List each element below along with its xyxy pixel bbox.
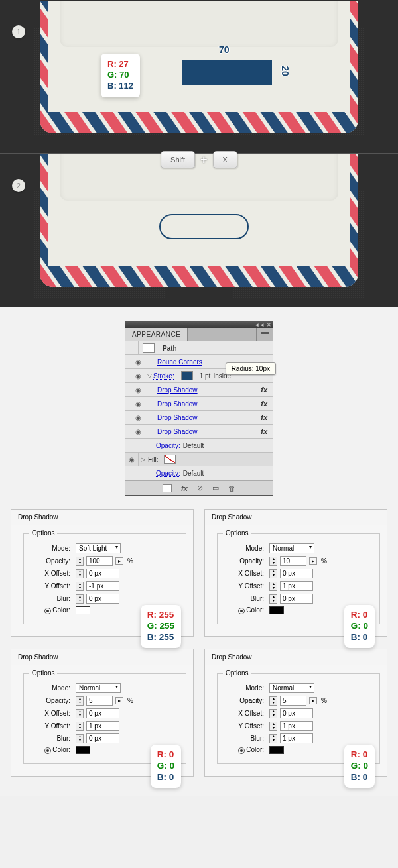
xoffset-input[interactable]: 0 px: [86, 569, 119, 578]
yoffset-input[interactable]: 1 px: [86, 721, 119, 731]
xoffset-input[interactable]: 0 px: [280, 569, 313, 578]
disclosure-icon[interactable]: ▷: [139, 456, 147, 462]
drop-shadow-link[interactable]: Drop Shadow: [153, 414, 261, 421]
fx-menu-icon[interactable]: fx: [181, 484, 188, 492]
mode-select[interactable]: Normal: [269, 683, 314, 693]
color-swatch[interactable]: [76, 606, 90, 614]
eye-icon[interactable]: [132, 439, 145, 452]
stepper[interactable]: ▴▾: [76, 557, 84, 566]
opacity-input[interactable]: 100: [86, 556, 113, 566]
xoffset-input[interactable]: 0 px: [280, 708, 313, 718]
radius-tooltip: Radius: 10px: [226, 362, 276, 375]
panel-menu-icon[interactable]: [256, 328, 273, 341]
blur-input[interactable]: 0 px: [86, 733, 119, 743]
blur-input[interactable]: 1 px: [280, 733, 313, 743]
stepper[interactable]: ▴▾: [76, 734, 84, 743]
stepper[interactable]: ▴▾: [76, 594, 84, 604]
mode-label: Mode:: [222, 545, 267, 552]
appearance-panel[interactable]: ◄◄ ✕ APPEARANCE Path ◉ Round Corners ◉ ▽: [125, 321, 273, 496]
stepper[interactable]: ▴▾: [76, 582, 84, 591]
color-swatch[interactable]: [76, 746, 90, 754]
stepper[interactable]: ▴▾: [269, 582, 277, 591]
eye-icon[interactable]: ◉: [132, 355, 145, 368]
disclosure-icon[interactable]: ▽: [145, 372, 153, 379]
button-rect: [182, 60, 272, 85]
xoffset-input[interactable]: 0 px: [86, 708, 119, 718]
row-fill[interactable]: ◉ ▷ Fill:: [125, 453, 273, 466]
stepper[interactable]: ▴▾: [76, 569, 84, 578]
height-label: 20: [280, 66, 291, 76]
stepper[interactable]: ▴▾: [76, 709, 84, 718]
color-radio[interactable]: [44, 608, 51, 614]
opacity-menu-icon[interactable]: ▸: [309, 697, 317, 704]
tab-appearance[interactable]: APPEARANCE: [125, 328, 188, 341]
panel-footer: fx ⊘ ▭ 🗑: [125, 480, 273, 495]
new-art-icon[interactable]: [163, 484, 172, 492]
color-swatch[interactable]: [269, 606, 284, 614]
stepper[interactable]: ▴▾: [269, 709, 277, 718]
mode-select[interactable]: Normal: [76, 683, 121, 693]
opacity-menu-icon[interactable]: ▸: [115, 697, 123, 704]
fx-icon[interactable]: fx: [261, 400, 267, 407]
opacity-label[interactable]: Opacity:: [153, 470, 180, 477]
color-radio[interactable]: [238, 747, 245, 754]
eye-icon[interactable]: ◉: [132, 425, 145, 438]
stepper[interactable]: ▴▾: [76, 696, 84, 706]
drop-shadow-link[interactable]: Drop Shadow: [153, 428, 261, 435]
trash-icon[interactable]: 🗑: [228, 484, 235, 492]
clear-icon[interactable]: ⊘: [197, 484, 203, 492]
mode-select[interactable]: Soft Light: [76, 543, 121, 553]
color-radio[interactable]: [44, 747, 51, 754]
yoffset-input[interactable]: -1 px: [86, 581, 119, 591]
row-drop-shadow[interactable]: ◉ Drop Shadow fx: [125, 411, 273, 425]
stroke-label[interactable]: Stroke:: [153, 372, 174, 380]
mode-label: Mode:: [28, 545, 73, 552]
close-icon[interactable]: ✕: [267, 322, 271, 328]
collapse-icon[interactable]: ◄◄: [254, 322, 265, 328]
eye-icon[interactable]: [132, 466, 145, 480]
fx-icon[interactable]: fx: [261, 386, 267, 394]
row-stroke-opacity[interactable]: Opacity: Default: [125, 439, 273, 453]
drop-shadow-link[interactable]: Drop Shadow: [153, 400, 261, 407]
row-drop-shadow[interactable]: ◉ Drop Shadow fx: [125, 397, 273, 411]
color-radio[interactable]: [238, 608, 245, 614]
opacity-menu-icon[interactable]: ▸: [115, 557, 123, 565]
blur-input[interactable]: 0 px: [86, 594, 119, 604]
eye-icon[interactable]: ◉: [132, 383, 145, 396]
stepper[interactable]: ▴▾: [76, 722, 84, 731]
eye-icon[interactable]: ◉: [132, 411, 145, 424]
stepper[interactable]: ▴▾: [269, 569, 277, 578]
fill-swatch-none[interactable]: [164, 455, 176, 464]
blur-input[interactable]: 0 px: [280, 594, 313, 604]
stepper[interactable]: ▴▾: [269, 696, 277, 706]
fx-icon[interactable]: fx: [261, 427, 267, 435]
drop-shadow-link[interactable]: Drop Shadow: [153, 386, 261, 394]
stepper[interactable]: ▴▾: [269, 722, 277, 731]
stepper[interactable]: ▴▾: [269, 594, 277, 604]
color-swatch[interactable]: [269, 746, 284, 754]
stroke-swatch[interactable]: [181, 371, 193, 380]
stepper[interactable]: ▴▾: [269, 557, 277, 566]
opacity-input[interactable]: 5: [280, 696, 306, 706]
row-global-opacity[interactable]: Opacity: Default: [125, 466, 273, 480]
eye-icon[interactable]: ◉: [132, 397, 145, 410]
fx-icon[interactable]: fx: [261, 413, 267, 421]
stroke-weight[interactable]: 1 pt: [200, 372, 211, 380]
mode-select[interactable]: Normal: [269, 543, 314, 553]
dialog-title: Drop Shadow: [205, 510, 387, 525]
opacity-menu-icon[interactable]: ▸: [309, 557, 317, 565]
eye-icon[interactable]: ◉: [132, 369, 145, 382]
eye-icon[interactable]: [125, 341, 139, 354]
yoffset-input[interactable]: 1 px: [280, 721, 313, 731]
duplicate-icon[interactable]: ▭: [212, 484, 219, 492]
stepper[interactable]: ▴▾: [269, 734, 277, 743]
opacity-label[interactable]: Opacity:: [153, 442, 180, 449]
row-drop-shadow[interactable]: ◉ Drop Shadow fx: [125, 383, 273, 397]
eye-icon[interactable]: ◉: [125, 453, 139, 466]
opacity-input[interactable]: 5: [86, 696, 113, 706]
color-label: Color:: [28, 606, 73, 614]
opacity-input[interactable]: 10: [280, 556, 306, 566]
row-path[interactable]: Path: [125, 341, 273, 355]
row-drop-shadow[interactable]: ◉ Drop Shadow fx: [125, 425, 273, 439]
yoffset-input[interactable]: 1 px: [280, 581, 313, 591]
